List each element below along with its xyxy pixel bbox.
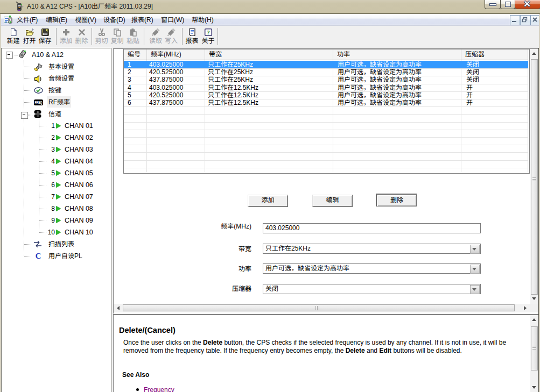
svg-text:C: C	[36, 252, 41, 260]
svg-text:FREQ: FREQ	[35, 101, 43, 105]
svg-text:?: ?	[207, 29, 210, 35]
